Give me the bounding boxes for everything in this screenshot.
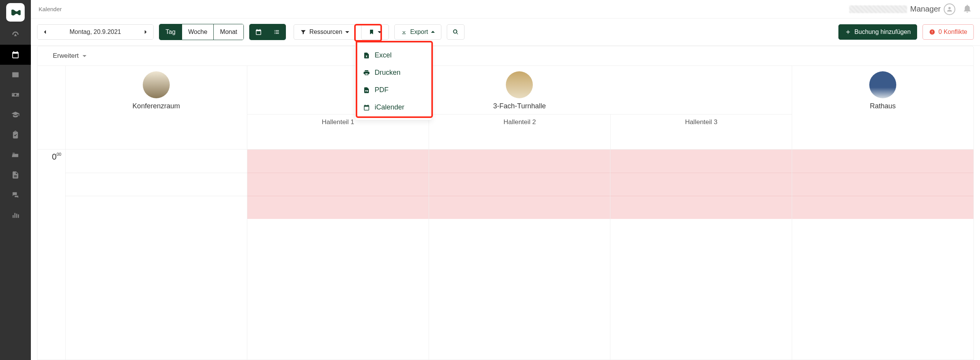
calendar-icon xyxy=(11,50,20,59)
slot-col-hallenteil2[interactable] xyxy=(429,150,610,360)
export-ical-label: iCalender xyxy=(375,103,404,111)
export-dropdown-button[interactable]: Export xyxy=(394,24,441,40)
alert-icon xyxy=(929,29,935,35)
id-card-icon xyxy=(11,71,20,79)
time-2 xyxy=(37,196,65,219)
file-excel-icon xyxy=(363,52,370,59)
nav-education[interactable] xyxy=(0,105,31,125)
avatar[interactable] xyxy=(944,3,955,15)
nav-files[interactable] xyxy=(0,145,31,165)
export-label: Export xyxy=(410,29,428,35)
bell-icon xyxy=(962,3,972,13)
extended-filter-button[interactable]: Erweitert xyxy=(53,52,86,60)
add-booking-label: Buchung hinzufügen xyxy=(854,29,911,35)
file-pdf-icon xyxy=(363,87,370,94)
slot-col-hallenteil3[interactable] xyxy=(610,150,792,360)
nav-billing[interactable] xyxy=(0,85,31,105)
calendar-body: 000 xyxy=(37,150,973,360)
nav-chat[interactable] xyxy=(0,185,31,205)
resources-filter-button[interactable]: Ressourcen xyxy=(294,24,356,40)
resource-avatar xyxy=(143,71,170,98)
resource-name: 3-Fach-Turnhalle xyxy=(493,102,546,110)
subresource-hallenteil3[interactable]: Hallenteil 3 xyxy=(610,114,792,149)
user-icon xyxy=(946,6,953,13)
time-gutter-header xyxy=(37,66,65,149)
search-button[interactable] xyxy=(447,24,465,40)
nav-dashboard[interactable] xyxy=(0,25,31,45)
resource-name: Rathaus xyxy=(870,102,896,110)
money-icon xyxy=(11,91,20,99)
print-icon xyxy=(363,69,370,76)
logo[interactable] xyxy=(0,0,31,25)
view-range-toggle: Tag Woche Monat xyxy=(159,24,244,40)
nav-tasks[interactable] xyxy=(0,125,31,145)
time-0: 000 xyxy=(37,150,65,173)
subtoolbar: Erweitert xyxy=(37,46,974,66)
bookmark-dropdown-button[interactable] xyxy=(361,24,389,40)
export-pdf[interactable]: PDF xyxy=(355,81,432,99)
folder-open-icon xyxy=(11,151,20,159)
prev-day-button[interactable] xyxy=(37,24,53,40)
extended-label: Erweitert xyxy=(53,52,79,60)
view-week-button[interactable]: Woche xyxy=(182,24,214,40)
time-1 xyxy=(37,173,65,196)
resource-col-konferenzraum[interactable]: Konferenzraum xyxy=(65,66,247,149)
date-navigator: Montag, 20.9.2021 xyxy=(37,24,154,40)
resources-filter-label: Ressourcen xyxy=(309,29,342,35)
download-icon xyxy=(401,29,407,35)
conflicts-label: 0 Konflikte xyxy=(938,29,967,35)
next-day-button[interactable] xyxy=(138,24,153,40)
calendar: Konferenzraum 3-Fach-Turnhalle Hallentei… xyxy=(37,66,974,360)
conflicts-button[interactable]: 0 Konflikte xyxy=(923,24,974,40)
resource-avatar xyxy=(869,71,896,98)
view-day-button[interactable]: Tag xyxy=(159,24,182,40)
add-booking-button[interactable]: Buchung hinzufügen xyxy=(838,24,917,40)
graduation-cap-icon xyxy=(11,111,20,119)
comments-icon xyxy=(11,191,20,199)
page-title: Kalender xyxy=(39,6,62,12)
slot-col-rathaus[interactable] xyxy=(792,150,973,360)
export-excel[interactable]: Excel xyxy=(355,47,432,64)
topbar: Kalender Manager xyxy=(31,0,980,19)
resource-turnhalle-header[interactable]: 3-Fach-Turnhalle xyxy=(247,66,792,114)
file-icon xyxy=(11,171,20,179)
list-view-button[interactable] xyxy=(267,24,286,40)
toolbar: Montag, 20.9.2021 Tag Woche Monat Ressou… xyxy=(31,19,980,46)
nav-calendar[interactable] xyxy=(0,45,31,65)
sidebar xyxy=(0,0,31,360)
nav-documents[interactable] xyxy=(0,165,31,185)
nav-reports[interactable] xyxy=(0,205,31,225)
user-role: Manager xyxy=(910,5,941,13)
calendar-icon xyxy=(255,29,262,35)
date-label[interactable]: Montag, 20.9.2021 xyxy=(53,29,138,35)
subresource-hallenteil2[interactable]: Hallenteil 2 xyxy=(429,114,610,149)
chevron-right-icon xyxy=(144,30,147,34)
user-name-redacted xyxy=(849,5,907,13)
slot-col-hallenteil1[interactable] xyxy=(247,150,429,360)
gauge-icon xyxy=(11,30,20,39)
time-gutter: 000 xyxy=(37,150,65,360)
export-pdf-label: PDF xyxy=(375,86,389,94)
resource-col-turnhalle: 3-Fach-Turnhalle Hallenteil 1 Hallenteil… xyxy=(247,66,792,149)
resource-name: Konferenzraum xyxy=(132,102,180,110)
resource-col-rathaus[interactable]: Rathaus xyxy=(792,66,973,149)
filter-icon xyxy=(300,29,306,35)
calendar-icon xyxy=(363,104,370,111)
export-print[interactable]: Drucken xyxy=(355,64,432,81)
view-month-button[interactable]: Monat xyxy=(213,24,243,40)
bookmark-icon xyxy=(368,29,375,35)
bar-chart-icon xyxy=(11,211,20,219)
calendar-header: Konferenzraum 3-Fach-Turnhalle Hallentei… xyxy=(37,66,973,150)
nav-contacts[interactable] xyxy=(0,65,31,85)
export-excel-label: Excel xyxy=(375,51,392,59)
export-ical[interactable]: iCalender xyxy=(355,99,432,116)
notifications-button[interactable] xyxy=(962,3,972,15)
list-icon xyxy=(273,29,280,35)
plus-icon xyxy=(845,29,851,35)
view-mode-toggle xyxy=(249,24,286,40)
resource-avatar xyxy=(506,71,533,98)
search-icon xyxy=(453,29,459,35)
slot-col-konferenzraum[interactable] xyxy=(65,150,247,360)
chevron-left-icon xyxy=(43,30,47,34)
calendar-view-button[interactable] xyxy=(250,24,267,40)
